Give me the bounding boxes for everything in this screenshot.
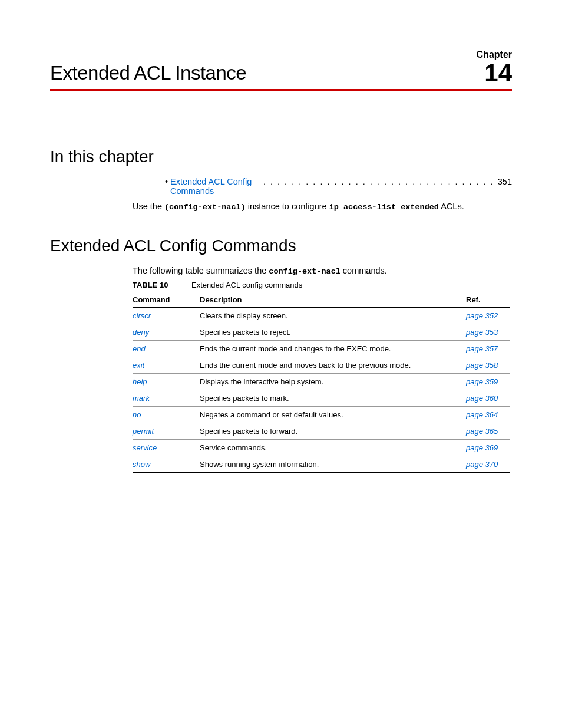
- page-ref-link[interactable]: page 364: [466, 406, 510, 423]
- usage-sentence: Use the (config-ext-nacl) instance to co…: [133, 202, 512, 212]
- page-ref-link[interactable]: page 357: [466, 340, 510, 357]
- command-link[interactable]: show: [133, 456, 200, 472]
- table-caption: TABLE 10 Extended ACL config commands: [133, 281, 512, 289]
- command-description: Negates a command or set default values.: [200, 406, 466, 423]
- command-description: Specifies packets to mark.: [200, 390, 466, 406]
- table-row: service Service commands. page 369: [133, 439, 510, 456]
- table-label: TABLE 10: [133, 281, 168, 289]
- command-description: Specifies packets to reject.: [200, 324, 466, 340]
- command-description: Clears the display screen.: [200, 307, 466, 324]
- chapter-label: Chapter: [477, 50, 512, 60]
- page-ref-link[interactable]: page 370: [466, 456, 510, 472]
- page-ref-link[interactable]: page 369: [466, 439, 510, 456]
- usage-mid: instance to configure: [248, 202, 329, 211]
- code-ip-access-list-extended: ip access-list extended: [329, 203, 439, 212]
- command-description: Displays the interactive help system.: [200, 373, 466, 390]
- toc-entry: • Extended ACL Config Commands . . . . .…: [165, 177, 512, 196]
- col-header-command: Command: [133, 292, 200, 307]
- table-row: exit Ends the current mode and moves bac…: [133, 357, 510, 373]
- toc-link-extended-acl-config-commands[interactable]: Extended ACL Config Commands: [170, 177, 262, 196]
- command-link[interactable]: deny: [133, 324, 200, 340]
- toc-leader-dots: . . . . . . . . . . . . . . . . . . . . …: [263, 177, 494, 186]
- page-ref-link[interactable]: page 365: [466, 423, 510, 439]
- code-config-ext-nacl-2: config-ext-nacl: [269, 267, 340, 276]
- table-header-row: Command Description Ref.: [133, 292, 510, 307]
- intro-prefix: The following table summarizes the: [133, 266, 269, 275]
- command-description: Specifies packets to forward.: [200, 423, 466, 439]
- col-header-ref: Ref.: [466, 292, 510, 307]
- chapter-header: Extended ACL Instance Chapter 14: [50, 50, 512, 91]
- table-row: deny Specifies packets to reject. page 3…: [133, 324, 510, 340]
- table-row: mark Specifies packets to mark. page 360: [133, 390, 510, 406]
- command-link[interactable]: help: [133, 373, 200, 390]
- table-row: help Displays the interactive help syste…: [133, 373, 510, 390]
- command-description: Service commands.: [200, 439, 466, 456]
- command-description: Shows running system information.: [200, 456, 466, 472]
- table-row: clrscr Clears the display screen. page 3…: [133, 307, 510, 324]
- page-ref-link[interactable]: page 352: [466, 307, 510, 324]
- page-ref-link[interactable]: page 353: [466, 324, 510, 340]
- commands-table-body: clrscr Clears the display screen. page 3…: [133, 307, 510, 472]
- chapter-number-block: Chapter 14: [477, 50, 512, 84]
- command-link[interactable]: end: [133, 340, 200, 357]
- table-row: permit Specifies packets to forward. pag…: [133, 423, 510, 439]
- usage-suffix: ACLs.: [441, 202, 464, 211]
- command-description: Ends the current mode and changes to the…: [200, 340, 466, 357]
- code-config-ext-nacl: (config-ext-nacl): [164, 203, 246, 212]
- toc-page-number: 351: [498, 177, 512, 186]
- section-config-commands-heading: Extended ACL Config Commands: [50, 236, 512, 255]
- section-in-this-chapter-heading: In this chapter: [50, 147, 512, 166]
- command-link[interactable]: mark: [133, 390, 200, 406]
- col-header-description: Description: [200, 292, 466, 307]
- command-link[interactable]: service: [133, 439, 200, 456]
- toc-bullet: •: [165, 177, 168, 186]
- page-ref-link[interactable]: page 360: [466, 390, 510, 406]
- table-caption-text: Extended ACL config commands: [191, 281, 302, 289]
- command-link[interactable]: exit: [133, 357, 200, 373]
- command-link[interactable]: clrscr: [133, 307, 200, 324]
- page-ref-link[interactable]: page 359: [466, 373, 510, 390]
- commands-table: Command Description Ref. clrscr Clears t…: [133, 292, 510, 473]
- page-ref-link[interactable]: page 358: [466, 357, 510, 373]
- document-page: Extended ACL Instance Chapter 14 In this…: [0, 0, 562, 473]
- table-row: end Ends the current mode and changes to…: [133, 340, 510, 357]
- chapter-number: 14: [484, 59, 512, 87]
- usage-prefix: Use the: [133, 202, 162, 211]
- table-row: no Negates a command or set default valu…: [133, 406, 510, 423]
- chapter-title: Extended ACL Instance: [50, 62, 246, 84]
- intro-suffix: commands.: [340, 266, 387, 275]
- table-row: show Shows running system information. p…: [133, 456, 510, 472]
- command-description: Ends the current mode and moves back to …: [200, 357, 466, 373]
- config-commands-intro: The following table summarizes the confi…: [133, 266, 512, 276]
- command-link[interactable]: no: [133, 406, 200, 423]
- command-link[interactable]: permit: [133, 423, 200, 439]
